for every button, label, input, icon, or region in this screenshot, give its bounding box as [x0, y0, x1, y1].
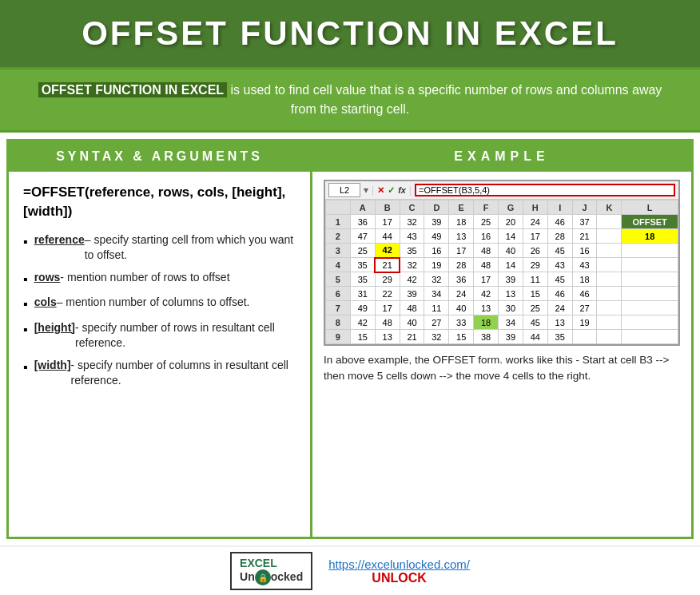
cell-H3: 26	[523, 244, 547, 258]
row-header-2: 2	[326, 229, 351, 244]
cell-E7: 40	[449, 301, 474, 315]
cell-D4: 19	[424, 258, 449, 272]
main-container: OFFSET FUNCTION IN EXCEL OFFSET FUNCTION…	[0, 0, 700, 595]
argument-list: reference – specify starting cell from w…	[23, 232, 296, 389]
cell-C4: 32	[400, 258, 424, 272]
website-link[interactable]: https://excelunlocked.com/	[328, 557, 470, 571]
table-row: 7 49 17 48 11 40 13 30 25 24 27	[326, 301, 678, 315]
description-bold: OFFSET FUNCTION IN EXCEL	[38, 82, 227, 97]
cell-G5: 39	[499, 272, 523, 287]
cell-A5: 35	[350, 272, 375, 287]
cell-I5: 45	[547, 272, 572, 287]
cell-L7	[622, 301, 678, 315]
col-header-A: A	[350, 200, 375, 215]
cell-L2: 18	[622, 229, 678, 244]
cell-A6: 31	[350, 287, 375, 301]
cell-E3: 17	[449, 244, 474, 258]
unlock-label: UNLOCK	[328, 571, 470, 585]
row-header-6: 6	[326, 287, 351, 301]
cell-G8: 34	[499, 315, 523, 330]
cell-E5: 36	[449, 272, 474, 287]
cell-K5	[597, 272, 622, 287]
col-header-I: I	[547, 200, 572, 215]
cell-E9: 15	[449, 330, 474, 344]
table-row: 6 31 22 39 34 24 42 13 15 46 46	[326, 287, 678, 301]
cell-H8: 45	[523, 315, 547, 330]
cell-K6	[597, 287, 622, 301]
cell-F8: 18	[474, 315, 499, 330]
cell-I2: 28	[547, 229, 572, 244]
two-column-section: SYNTAX & ARGUMENTS =OFFSET(reference, ro…	[6, 139, 694, 539]
cell-G3: 40	[499, 244, 523, 258]
cell-D8: 27	[424, 315, 449, 330]
col-header-C: C	[400, 200, 424, 215]
cell-H2: 17	[523, 229, 547, 244]
row-header-4: 4	[326, 258, 351, 272]
cell-K3	[597, 244, 622, 258]
header-section: OFFSET FUNCTION IN EXCEL	[0, 0, 700, 67]
arg-desc-height: - specify number of rows in resultant ce…	[75, 320, 296, 351]
cell-B7: 17	[375, 301, 400, 315]
cell-L9	[622, 330, 678, 344]
formula-cancel-icon[interactable]: ✕	[377, 185, 384, 196]
col-header-G: G	[499, 200, 523, 215]
cell-G2: 14	[499, 229, 523, 244]
cell-A8: 42	[350, 315, 375, 330]
cell-B6: 22	[375, 287, 400, 301]
cell-I7: 24	[547, 301, 572, 315]
logo-text: EXCEL Un🔒ocked	[240, 557, 303, 585]
cell-F1: 25	[474, 215, 499, 229]
row-header-7: 7	[326, 301, 351, 315]
cell-B5: 29	[375, 272, 400, 287]
cell-J6: 46	[572, 287, 597, 301]
cell-J4: 43	[572, 258, 597, 272]
col-header-empty	[326, 200, 351, 215]
cell-F9: 38	[474, 330, 499, 344]
cell-E2: 13	[449, 229, 474, 244]
cell-J7: 27	[572, 301, 597, 315]
cell-E4: 28	[449, 258, 474, 272]
cell-F7: 13	[474, 301, 499, 315]
cell-C9: 21	[400, 330, 424, 344]
table-row: 8 42 48 40 27 33 18 34 45 13 19	[326, 315, 678, 330]
cell-I6: 46	[547, 287, 572, 301]
row-header-1: 1	[326, 215, 351, 229]
cell-F6: 42	[474, 287, 499, 301]
cell-B8: 48	[375, 315, 400, 330]
col-header-H: H	[523, 200, 547, 215]
cell-K8	[597, 315, 622, 330]
cell-C5: 42	[400, 272, 424, 287]
cell-I3: 45	[547, 244, 572, 258]
cell-C8: 40	[400, 315, 424, 330]
row-header-8: 8	[326, 315, 351, 330]
arg-width: [width] - specify number of columns in r…	[23, 358, 296, 389]
cell-A2: 47	[350, 229, 375, 244]
cell-J8: 19	[572, 315, 597, 330]
arg-name-rows: rows	[34, 270, 61, 286]
arg-rows: rows - mention number of rows to offset	[23, 270, 296, 288]
cell-K2	[597, 229, 622, 244]
arg-desc-cols: – mention number of columns to offset.	[57, 295, 250, 311]
row-header-9: 9	[326, 330, 351, 344]
cell-H5: 11	[523, 272, 547, 287]
arg-height: [height] - specify number of rows in res…	[23, 320, 296, 351]
example-heading: EXAMPLE	[325, 149, 678, 164]
arg-desc-reference: – specify starting cell from which you w…	[85, 232, 296, 264]
example-header: EXAMPLE	[312, 141, 691, 172]
table-row: 2 47 44 43 49 13 16 14 17 28 21	[326, 229, 678, 244]
col-header-J: J	[572, 200, 597, 215]
cell-B1: 17	[375, 215, 400, 229]
cell-J1: 37	[572, 215, 597, 229]
arg-name-height: [height]	[34, 320, 75, 336]
row-header-5: 5	[326, 272, 351, 287]
cell-A3: 25	[350, 244, 375, 258]
right-content: L2 ▾ | ✕ ✓ fx | =OFFSET(B3,5,4)	[312, 172, 691, 537]
col-header-E: E	[449, 200, 474, 215]
formula-confirm-icon[interactable]: ✓	[388, 185, 395, 196]
cell-F3: 48	[474, 244, 499, 258]
spreadsheet-table: A B C D E F G H I J K L	[325, 200, 678, 344]
cell-G9: 39	[499, 330, 523, 344]
cell-B3: 42	[375, 244, 400, 258]
formula-fx-icon: fx	[398, 185, 406, 195]
col-header-row: A B C D E F G H I J K L	[326, 200, 678, 215]
